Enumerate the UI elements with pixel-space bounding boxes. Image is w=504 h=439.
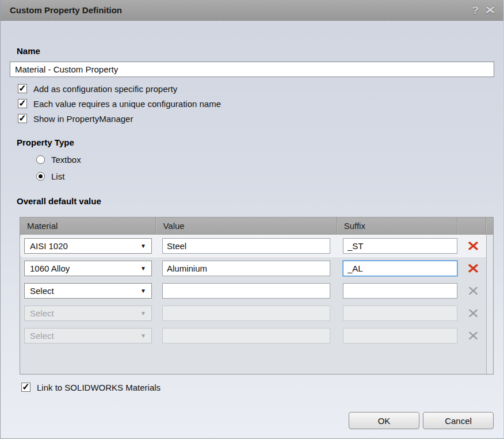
material-dropdown-value: Select [30, 308, 54, 318]
chevron-down-icon: ▼ [140, 288, 146, 294]
value-input[interactable] [162, 261, 330, 276]
delete-row-button[interactable]: ✕ [466, 239, 479, 253]
checkbox-link-to-solidworks-materials[interactable]: ✓Link to SOLIDWORKS Materials [21, 382, 161, 392]
property-type-label: Property Type [17, 138, 74, 147]
value-input [162, 328, 330, 343]
suffix-input [343, 306, 457, 321]
cancel-button[interactable]: Cancel [423, 412, 494, 429]
radio-circle[interactable] [36, 172, 45, 181]
chevron-down-icon: ▼ [140, 310, 146, 316]
column-header-suffix: Suffix [337, 217, 458, 235]
ok-button[interactable]: OK [349, 412, 419, 429]
material-dropdown-value: 1060 Alloy [30, 264, 70, 273]
value-input[interactable] [162, 283, 330, 299]
suffix-input[interactable] [343, 238, 457, 254]
column-header-value: Value [156, 217, 337, 235]
material-dropdown: Select▼ [24, 306, 152, 321]
material-dropdown-value: Select [30, 286, 54, 296]
name-label: Name [17, 46, 40, 56]
material-dropdown-value: Select [30, 331, 54, 341]
title-bar[interactable]: Custom Property Definition ? ✕ [1, 0, 503, 21]
radio-list[interactable]: List [36, 171, 64, 181]
checkbox-add-as-configuration-specific-property[interactable]: ✓Add as configuration specific property [18, 83, 177, 94]
table-row: AISI 1020▼✕ [20, 235, 487, 257]
default-value-table: Material Value Suffix AISI 1020▼✕1060 Al… [20, 217, 494, 375]
checkbox-label: Add as configuration specific property [33, 84, 177, 94]
value-input[interactable] [162, 238, 330, 254]
table-row: Select▼✕ [20, 302, 487, 325]
table-row: 1060 Alloy▼✕ [20, 257, 487, 280]
column-header-strip [486, 217, 493, 235]
material-dropdown[interactable]: 1060 Alloy▼ [24, 261, 152, 276]
table-row: Select▼✕ [20, 325, 487, 347]
radio-circle[interactable] [36, 155, 45, 164]
value-input [162, 306, 330, 321]
overall-default-value-label: Overall default value [17, 196, 101, 206]
material-dropdown: Select▼ [24, 328, 152, 343]
delete-row-icon-disabled: ✕ [467, 284, 479, 298]
table-scrollbar[interactable] [486, 235, 493, 374]
custom-property-definition-dialog: Custom Property Definition ? ✕ Name ✓Add… [0, 0, 504, 439]
suffix-input[interactable] [343, 283, 457, 299]
chevron-down-icon: ▼ [140, 333, 146, 339]
chevron-down-icon: ▼ [140, 265, 146, 272]
checkbox-box[interactable]: ✓ [21, 383, 30, 392]
dialog-title: Custom Property Definition [1, 5, 468, 15]
delete-row-button[interactable]: ✕ [466, 262, 479, 276]
delete-row-icon-disabled: ✕ [467, 329, 479, 343]
checkbox-label: Link to SOLIDWORKS Materials [37, 383, 161, 392]
suffix-input[interactable] [343, 261, 457, 276]
table-row: Select▼✕ [20, 280, 487, 302]
material-dropdown[interactable]: AISI 1020▼ [24, 238, 152, 254]
material-dropdown-value: AISI 1020 [30, 241, 68, 251]
column-header-delete [457, 217, 486, 235]
radio-textbox[interactable]: Textbox [36, 154, 81, 165]
material-dropdown[interactable]: Select▼ [24, 283, 152, 299]
name-input[interactable] [10, 62, 494, 77]
delete-row-icon-disabled: ✕ [467, 307, 479, 320]
chevron-down-icon: ▼ [140, 243, 146, 249]
checkbox-label: Each value requires a unique configurati… [33, 99, 221, 109]
checkbox-box[interactable]: ✓ [18, 99, 27, 108]
radio-label: List [51, 171, 64, 181]
checkbox-box[interactable]: ✓ [18, 114, 27, 123]
checkbox-show-in-propertymanager[interactable]: ✓Show in PropertyManager [18, 113, 133, 124]
checkbox-each-value-requires-a-unique-configuration-name[interactable]: ✓Each value requires a unique configurat… [18, 98, 221, 109]
checkbox-box[interactable]: ✓ [18, 84, 27, 93]
radio-label: Textbox [51, 155, 81, 165]
checkbox-label: Show in PropertyManager [33, 114, 133, 124]
suffix-input [343, 328, 457, 343]
close-icon[interactable]: ✕ [481, 3, 500, 18]
column-header-material: Material [20, 217, 156, 235]
table-header: Material Value Suffix [20, 217, 493, 235]
